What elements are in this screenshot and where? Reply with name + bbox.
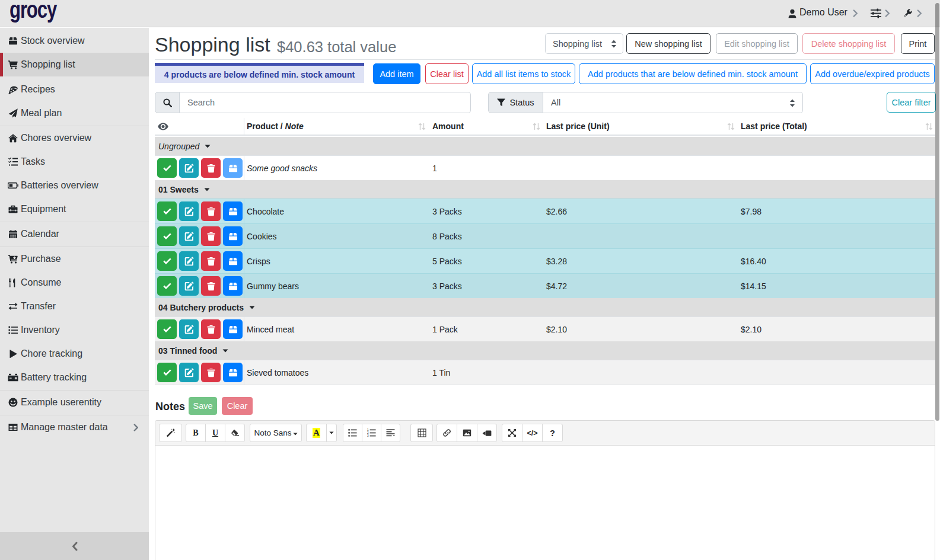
svg-text:3: 3 (367, 434, 369, 437)
